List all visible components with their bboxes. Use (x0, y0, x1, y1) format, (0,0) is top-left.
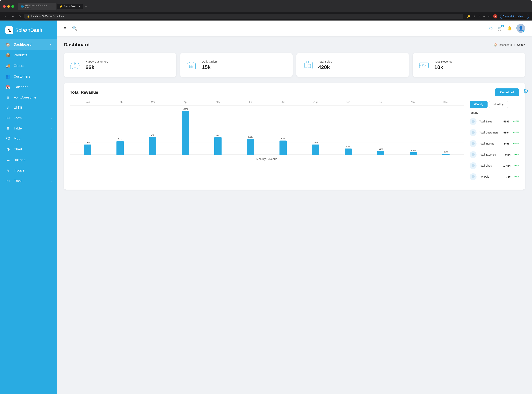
close-button[interactable] (3, 5, 6, 8)
total-customers-row-value: 5894 (503, 131, 509, 134)
stat-row-total-likes: Total Likes 14454 +5% (470, 162, 519, 169)
total-likes-dot (470, 162, 476, 169)
minimize-button[interactable] (7, 5, 10, 8)
sidebar-item-orders[interactable]: 🚚 Orders (0, 61, 57, 71)
sidebar-item-map[interactable]: 🗺 Map › (0, 134, 57, 144)
sidebar-item-font-awesome[interactable]: ⊞ Font Awesome (0, 92, 57, 103)
bar-nov[interactable] (410, 152, 417, 155)
settings-icon: ⚙ (489, 26, 493, 31)
search-icon[interactable]: 🔍 (72, 26, 77, 31)
notification-button[interactable]: 🔔 (507, 26, 512, 31)
svg-rect-0 (70, 65, 80, 69)
logo-text: SplashDash (15, 27, 42, 33)
bar-jan[interactable] (84, 145, 91, 155)
month-aug: Aug (299, 101, 332, 104)
bar-col-nov: 0.5% (398, 105, 429, 155)
total-expense-row-label: Total Expense (479, 153, 502, 156)
bar-oct[interactable] (377, 151, 384, 155)
key-icon[interactable]: 🔑 (467, 15, 471, 18)
bar-col-oct: 0.8% (365, 105, 397, 155)
sidebar-item-customers[interactable]: 👥 Customers (0, 71, 57, 82)
daily-orders-icon (185, 58, 198, 72)
bar-col-jul: 3.2% (267, 105, 299, 155)
monthly-toggle[interactable]: Monthly (489, 101, 508, 108)
share-icon[interactable]: ⬆ (473, 15, 475, 18)
address-input[interactable]: 🔒 localhost:8080/mvc/?continue (24, 14, 463, 19)
sidebar-item-buttons[interactable]: ☁ Buttons (0, 155, 57, 165)
sidebar-item-dashboard[interactable]: 🏠 Dashboard ∨ (0, 39, 57, 50)
bar-dec[interactable] (442, 154, 450, 155)
bar-label-aug: 2.3% (314, 142, 318, 144)
bar-jul[interactable] (279, 140, 287, 155)
total-income-row-value: 4453 (503, 142, 509, 145)
sidebar-item-invoice-label: Invoice (14, 168, 25, 172)
stat-row-total-customers: Total Customers 5894 +15% (470, 129, 519, 136)
stat-content-sales: Total Sales 420k (318, 60, 332, 70)
browser-tab-404[interactable]: 🌐 HTTP Status 404 – Not Found ✕ (18, 3, 56, 10)
svg-rect-8 (303, 62, 312, 69)
bookmark-icon[interactable]: ☆ (478, 15, 481, 18)
svg-point-16 (427, 65, 428, 66)
sidebar-item-font-awesome-label: Font Awesome (14, 95, 36, 99)
gear-settings-icon[interactable]: ⚙ (523, 88, 529, 95)
bar-apr[interactable] (182, 111, 189, 155)
bar-mar[interactable] (149, 137, 156, 155)
sidebar-item-email[interactable]: ✉ Email › (0, 176, 57, 186)
browser-tabs: 🌐 HTTP Status 404 – Not Found ✕ ⚡ Splash… (18, 3, 525, 10)
bar-aug[interactable] (312, 145, 319, 155)
sidebar-item-chart[interactable]: ◑ Chart (0, 144, 57, 155)
invoice-icon: 🖨 (5, 168, 11, 173)
sidebar-item-table[interactable]: ☰ Table › (0, 123, 57, 134)
sidebar-icon[interactable]: ▭ (488, 15, 491, 18)
sidebar-item-form-label: Form (14, 116, 22, 120)
bar-label-feb: 3.1% (118, 138, 122, 140)
weekly-toggle[interactable]: Weekly (470, 101, 487, 108)
tab-404-close[interactable]: ✕ (52, 5, 54, 8)
new-tab-button[interactable]: + (84, 5, 89, 9)
cart-button[interactable]: 🛒 0 (497, 26, 502, 31)
avatar-status-dot (522, 30, 525, 32)
month-oct: Oct (364, 101, 397, 104)
bar-may[interactable] (214, 137, 222, 155)
back-button[interactable]: ← (3, 15, 8, 18)
download-button[interactable]: Download (495, 88, 519, 96)
sidebar-item-calendar-label: Calendar (14, 85, 28, 89)
stat-card-revenue: Total Revenue 10k (413, 53, 525, 77)
hamburger-icon[interactable]: ≡ (64, 26, 66, 31)
sidebar-item-calendar[interactable]: 📅 Calendar (0, 82, 57, 92)
stats-panel: Weekly Monthly Yearly Total Sales 5995 +… (470, 101, 519, 184)
sidebar-item-map-label: Map (14, 137, 20, 141)
chevron-right-icon-email: › (51, 180, 52, 182)
total-income-dot (470, 140, 476, 147)
sidebar-item-form[interactable]: ✉ Form › (0, 113, 57, 123)
total-expense-row-value: 7454 (505, 153, 511, 156)
tab-splashdash-close[interactable]: ✕ (79, 5, 80, 8)
home-icon: 🏠 (5, 42, 11, 47)
chart-area: Jan Feb Mar Apr May Jun Jul Aug Sep Oct … (70, 101, 464, 184)
sidebar-item-ui-kit[interactable]: ⇌ UI Kit › (0, 103, 57, 113)
bar-label-nov: 0.5% (411, 150, 415, 151)
profile-icon[interactable]: E (493, 14, 497, 18)
forward-button[interactable]: → (10, 15, 15, 18)
table-icon: ☰ (5, 127, 11, 130)
total-customers-dot (470, 129, 476, 136)
reload-button[interactable]: ↻ (17, 15, 22, 18)
sidebar-item-orders-label: Orders (14, 64, 24, 68)
extensions-icon[interactable]: ⊕ (483, 15, 486, 18)
month-mar: Mar (137, 101, 169, 104)
sidebar-item-products[interactable]: 📦 Products (0, 50, 57, 61)
month-feb: Feb (104, 101, 137, 104)
maximize-button[interactable] (11, 5, 14, 8)
bar-jun[interactable] (247, 139, 254, 155)
bar-sep[interactable] (345, 149, 352, 155)
bar-feb[interactable] (117, 141, 124, 155)
relaunch-button[interactable]: Relaunch to update ⋮ (500, 14, 529, 19)
month-jul: Jul (267, 101, 299, 104)
map-icon: 🗺 (5, 136, 11, 141)
user-avatar[interactable]: 👤 (517, 24, 525, 33)
settings-button[interactable]: ⚙ (489, 26, 493, 31)
browser-tab-splashdash[interactable]: ⚡ SplashDash ✕ (57, 4, 83, 9)
chart-months: Jan Feb Mar Apr May Jun Jul Aug Sep Oct … (70, 101, 464, 104)
sidebar-item-invoice[interactable]: 🖨 Invoice (0, 165, 57, 176)
content-area: Dashboard 🏠 Dashboard ll Admin (57, 36, 532, 394)
